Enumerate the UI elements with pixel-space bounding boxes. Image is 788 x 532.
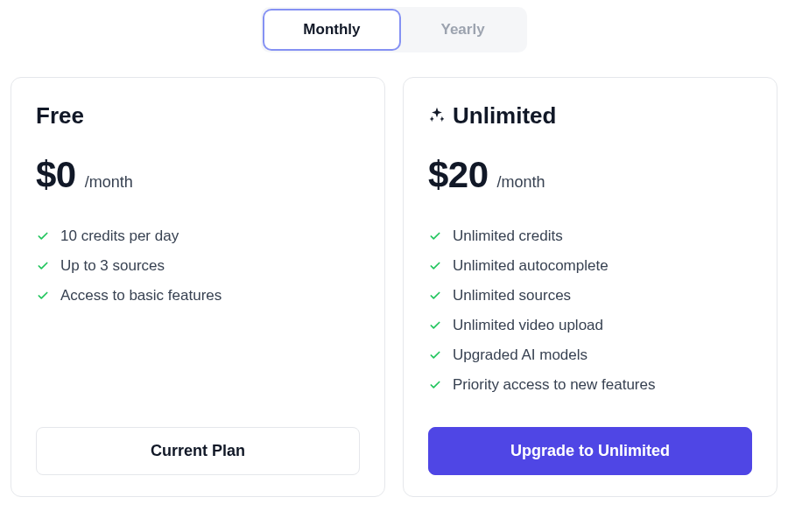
check-icon [428,259,442,273]
plan-unlimited-price: $20 [428,154,489,196]
check-icon [428,229,442,243]
plan-free-header: Free [36,102,360,130]
check-icon [36,229,50,243]
pricing-plans: Free $0 /month 10 credits per day Up to … [7,77,781,497]
list-item: 10 credits per day [36,228,360,245]
feature-text: Up to 3 sources [60,257,165,275]
plan-unlimited-header: Unlimited [428,102,752,130]
billing-toggle-group: Monthly Yearly [7,7,781,52]
feature-text: Unlimited sources [453,287,571,304]
list-item: Unlimited video upload [428,317,752,334]
plan-free: Free $0 /month 10 credits per day Up to … [11,77,385,497]
feature-text: Priority access to new features [453,376,655,394]
toggle-monthly-button[interactable]: Monthly [264,10,398,49]
check-icon [428,348,442,362]
feature-text: 10 credits per day [60,228,179,245]
feature-text: Unlimited autocomplete [453,257,609,275]
list-item: Access to basic features [36,287,360,304]
list-item: Unlimited sources [428,287,752,304]
feature-text: Access to basic features [60,287,222,304]
toggle-yearly-button[interactable]: Yearly [403,10,524,49]
check-icon [428,289,442,303]
upgrade-button[interactable]: Upgrade to Unlimited [428,427,752,475]
plan-unlimited-features: Unlimited credits Unlimited autocomplete… [428,228,752,406]
feature-text: Unlimited video upload [453,317,603,334]
plan-free-period: /month [85,173,133,192]
plan-unlimited-price-row: $20 /month [428,154,752,196]
current-plan-button[interactable]: Current Plan [36,427,360,475]
list-item: Up to 3 sources [36,257,360,275]
billing-toggle-wrap: Monthly Yearly [261,7,526,52]
check-icon [36,289,50,303]
check-icon [36,259,50,273]
list-item: Priority access to new features [428,376,752,394]
plan-free-price: $0 [36,154,76,196]
feature-text: Unlimited credits [453,228,563,245]
check-icon [428,378,442,392]
list-item: Unlimited credits [428,228,752,245]
list-item: Upgraded AI models [428,346,752,364]
plan-unlimited-title: Unlimited [453,102,556,130]
feature-text: Upgraded AI models [453,346,587,364]
plan-free-price-row: $0 /month [36,154,360,196]
plan-free-features: 10 credits per day Up to 3 sources Acces… [36,228,360,406]
plan-unlimited-period: /month [497,173,545,192]
list-item: Unlimited autocomplete [428,257,752,275]
plan-free-title: Free [36,102,84,130]
check-icon [428,318,442,332]
plan-unlimited: Unlimited $20 /month Unlimited credits U… [403,77,777,497]
sparkle-icon [428,106,446,126]
